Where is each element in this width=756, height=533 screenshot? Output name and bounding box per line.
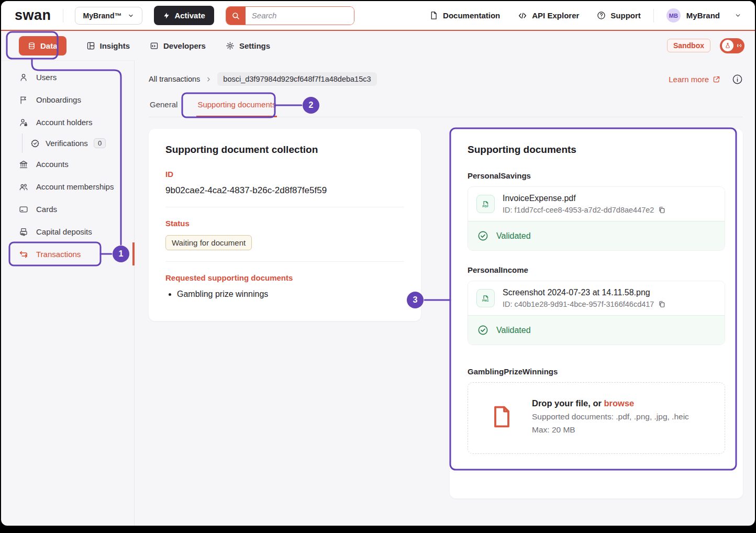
- divider: [165, 261, 404, 262]
- sandbox-toggle[interactable]: [720, 38, 744, 53]
- section-personal-income: PersonalIncome: [468, 265, 725, 274]
- copy-icon[interactable]: [658, 206, 665, 214]
- sidebar-item-capital-deposits[interactable]: Capital deposits: [1, 220, 134, 243]
- tab-developers[interactable]: Developers: [150, 41, 206, 50]
- document-name: Screenshot 2024-07-23 at 14.11.58.png: [503, 288, 665, 297]
- document-id: ID: f1dd7ccf-cee8-4953-a7d2-dd7d8ae447e2: [503, 206, 654, 214]
- document-file-row[interactable]: PNG Screenshot 2024-07-23 at 14.11.58.pn…: [468, 281, 725, 315]
- document-status-row: Validated: [468, 315, 725, 345]
- divider: [63, 9, 63, 23]
- external-link-icon: [713, 75, 720, 83]
- document-name: InvoiceExpense.pdf: [503, 194, 665, 203]
- sidebar-item-label: Accounts: [36, 160, 69, 169]
- sidebar-item-cards[interactable]: Cards: [1, 198, 134, 220]
- sidebar-item-account-memberships[interactable]: Account memberships: [1, 175, 134, 198]
- transactions-icon: [19, 250, 28, 259]
- section-personal-savings: PersonalSavings: [468, 171, 725, 180]
- flask-icon: [722, 40, 733, 51]
- status-badge: Waiting for document: [165, 235, 252, 250]
- document-icon: [429, 11, 438, 20]
- tab-settings[interactable]: Settings: [226, 41, 270, 50]
- document-file-row[interactable]: PDF InvoiceExpense.pdf ID: f1dd7ccf-cee8…: [468, 187, 725, 221]
- sidebar-item-verifications[interactable]: Verifications 0: [22, 134, 134, 153]
- png-file-icon: PNG: [476, 289, 495, 307]
- chevron-down-icon: [735, 12, 741, 19]
- browse-link[interactable]: browse: [604, 398, 635, 408]
- main-nav: Data Insights Developers Settings Sandbo…: [1, 31, 755, 60]
- brand-selector-dropdown[interactable]: MyBrand™: [75, 7, 143, 25]
- sidebar-item-label: Users: [36, 73, 57, 82]
- divider: [653, 9, 654, 23]
- upload-file-icon: [489, 404, 514, 429]
- validated-label: Validated: [496, 326, 531, 335]
- avatar: MB: [666, 8, 681, 23]
- sidebar-item-account-holders[interactable]: Account holders: [1, 111, 134, 134]
- sidebar-item-users[interactable]: Users: [1, 66, 134, 88]
- capital-deposit-icon: [19, 227, 28, 237]
- sidebar-item-label: Onboardings: [36, 95, 81, 104]
- section-gambling-prize-winnings: GamblingPrizeWinnings: [468, 367, 725, 376]
- supporting-documents-card: Supporting documents PersonalSavings PDF…: [450, 129, 743, 498]
- learn-more-link[interactable]: Learn more: [669, 75, 720, 84]
- requested-documents-label: Requested supporting documents: [165, 273, 404, 282]
- flag-icon: [19, 95, 28, 105]
- collection-card-title: Supporting document collection: [165, 144, 404, 156]
- help-icon: [597, 11, 606, 20]
- code-icon: [518, 11, 527, 20]
- tab-data[interactable]: Data: [19, 36, 66, 55]
- tab-general[interactable]: General: [149, 100, 179, 117]
- pdf-file-icon: PDF: [476, 195, 495, 213]
- gear-icon: [226, 41, 235, 50]
- account-menu[interactable]: MB MyBrand: [666, 8, 741, 23]
- support-label: Support: [610, 11, 641, 20]
- tab-settings-label: Settings: [239, 41, 270, 50]
- sidebar-item-label: Capital deposits: [36, 227, 92, 236]
- sidebar-item-label: Verifications: [46, 139, 88, 148]
- sidebar-item-transactions[interactable]: Transactions: [1, 243, 134, 265]
- document-item: PDF InvoiceExpense.pdf ID: f1dd7ccf-cee8…: [468, 186, 725, 251]
- database-icon: [28, 42, 36, 50]
- sidebar-item-accounts[interactable]: Accounts: [1, 153, 134, 175]
- api-explorer-link[interactable]: API Explorer: [518, 11, 579, 20]
- tab-insights[interactable]: Insights: [86, 41, 130, 50]
- search-input[interactable]: [246, 7, 354, 25]
- file-dropzone[interactable]: Drop your file, or browse Supported docu…: [468, 382, 725, 454]
- info-icon[interactable]: [732, 74, 743, 85]
- dropzone-title: Drop your file, or: [532, 398, 604, 408]
- api-explorer-label: API Explorer: [532, 11, 579, 20]
- person-lock-icon: [19, 118, 28, 127]
- document-status-row: Validated: [468, 221, 725, 250]
- documentation-label: Documentation: [443, 11, 500, 20]
- collection-id-value: 9b02cae2-4ca2-4837-b26c-2d8f87fe5f59: [165, 185, 404, 196]
- check-circle-icon: [477, 230, 488, 241]
- bank-icon: [19, 160, 28, 169]
- divider: [165, 207, 404, 207]
- supporting-document-collection-card: Supporting document collection ID 9b02ca…: [149, 129, 421, 321]
- live-broadcast-icon: [735, 41, 743, 50]
- dropzone-max-size: Max: 20 MB: [532, 425, 689, 435]
- sidebar: Users Onboardings Account holders Verifi…: [1, 60, 135, 526]
- sidebar-item-onboardings[interactable]: Onboardings: [1, 88, 134, 111]
- copy-icon[interactable]: [658, 301, 665, 308]
- verifications-count-badge: 0: [94, 138, 106, 148]
- support-link[interactable]: Support: [597, 11, 641, 20]
- validated-label: Validated: [496, 231, 531, 241]
- document-item: PNG Screenshot 2024-07-23 at 14.11.58.pn…: [468, 281, 725, 345]
- activate-label: Activate: [174, 11, 205, 20]
- tab-supporting-documents[interactable]: Supporting documents: [196, 100, 277, 117]
- search-button[interactable]: [226, 7, 246, 25]
- check-circle-icon: [477, 325, 488, 336]
- lightning-icon: [163, 12, 170, 19]
- learn-more-label: Learn more: [669, 75, 709, 84]
- id-label: ID: [165, 170, 404, 179]
- document-id: ID: c40b1e28-9d91-4bce-957f-3166f46cd417: [503, 300, 654, 308]
- main-content: All transactions bosci_d3f97984d929cf648…: [135, 60, 755, 526]
- tab-insights-label: Insights: [100, 41, 130, 50]
- people-group-icon: [19, 182, 28, 192]
- activate-button[interactable]: Activate: [154, 6, 214, 25]
- file-type-label: PDF: [482, 205, 490, 208]
- dropzone-supported-formats: Supported documents: .pdf, .png, .jpg, .…: [532, 412, 689, 421]
- breadcrumb-all-transactions[interactable]: All transactions: [149, 75, 200, 83]
- insights-icon: [86, 41, 95, 50]
- documentation-link[interactable]: Documentation: [429, 11, 500, 20]
